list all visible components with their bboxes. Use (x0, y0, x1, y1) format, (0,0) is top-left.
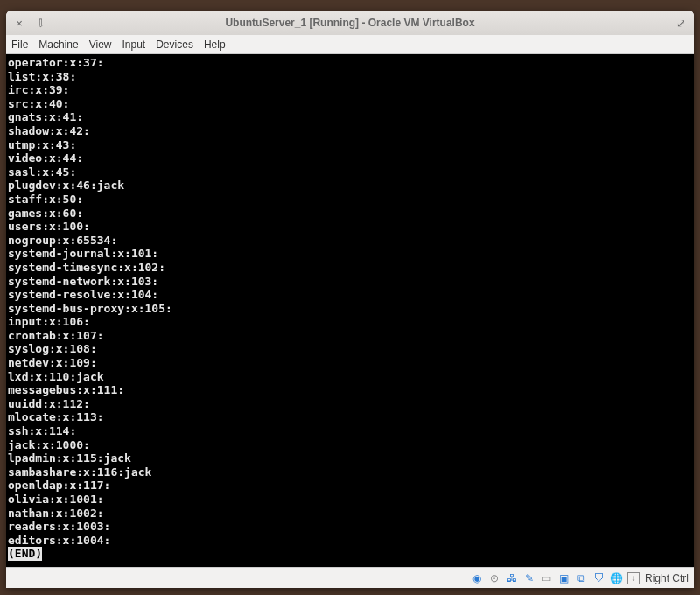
clipboard-icon[interactable]: ⧉ (575, 571, 589, 585)
menubar: File Machine View Input Devices Help (6, 35, 694, 54)
titlebar-right: ⤢ (675, 17, 687, 30)
titlebar-left: × ⇩ (13, 17, 46, 30)
screen-icon[interactable]: ▣ (557, 571, 571, 585)
window-title: UbuntuServer_1 [Running] - Oracle VM Vir… (6, 17, 694, 29)
target-icon[interactable]: ⊙ (487, 571, 501, 585)
titlebar: × ⇩ UbuntuServer_1 [Running] - Oracle VM… (6, 10, 694, 35)
menu-devices[interactable]: Devices (156, 38, 193, 51)
pin-icon[interactable]: ⇩ (34, 17, 46, 30)
disc-icon[interactable]: ◉ (470, 571, 484, 585)
menu-input[interactable]: Input (122, 38, 146, 51)
host-capture-icon[interactable]: ↓ (627, 572, 640, 584)
folder-icon[interactable]: ▭ (540, 571, 554, 585)
menu-machine[interactable]: Machine (38, 38, 78, 51)
maximize-icon[interactable]: ⤢ (675, 17, 687, 30)
close-icon[interactable]: × (13, 17, 25, 30)
menu-help[interactable]: Help (204, 38, 226, 51)
menu-view[interactable]: View (89, 38, 112, 51)
vm-window: × ⇩ UbuntuServer_1 [Running] - Oracle VM… (6, 10, 694, 588)
pager-end-marker: (END) (8, 547, 42, 561)
pencil-icon[interactable]: ✎ (522, 571, 536, 585)
usb-icon[interactable]: 🖧 (505, 571, 519, 585)
menu-file[interactable]: File (11, 38, 28, 51)
host-key-label: Right Ctrl (645, 572, 689, 584)
shield-icon[interactable]: ⛉ (592, 571, 606, 585)
globe-icon[interactable]: 🌐 (610, 571, 624, 585)
statusbar: ◉ ⊙ 🖧 ✎ ▭ ▣ ⧉ ⛉ 🌐 ↓ Right Ctrl (6, 567, 694, 588)
terminal-output[interactable]: operator:x:37: list:x:38: irc:x:39: src:… (6, 54, 694, 567)
